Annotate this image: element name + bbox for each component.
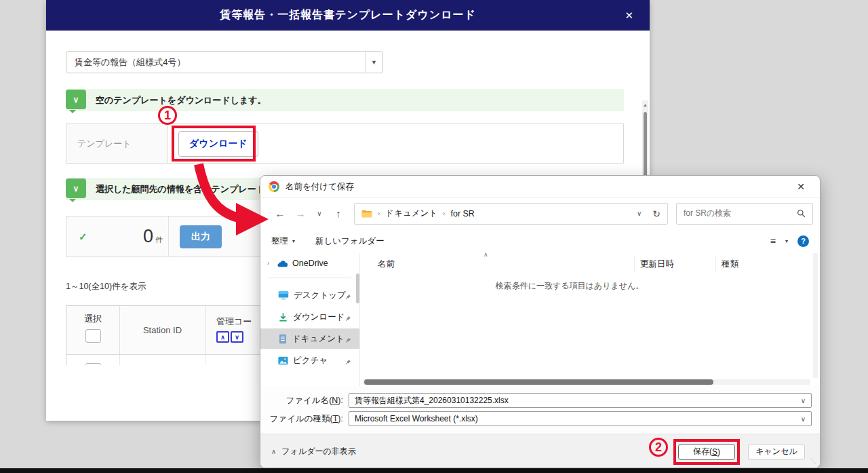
pictures-icon (278, 356, 288, 365)
sort-asc-button[interactable]: ∧ (216, 331, 229, 343)
check-icon: ✓ (79, 231, 87, 243)
filetype-select[interactable]: Microsoft Excel Worksheet (*.xlsx) ∨ (349, 411, 812, 426)
select-all-checkbox[interactable] (85, 329, 101, 343)
desktop-icon (278, 290, 289, 300)
empty-template-banner: ∨ 空のテンプレートをダウンロードします。 (66, 89, 624, 111)
folder-sidebar: › OneDrive デスクトップ ダウンロード ドキュメン (260, 253, 359, 386)
sidebar-scrollbar[interactable] (356, 273, 359, 303)
report-type-dropdown[interactable]: 賃金等の報告（組様式4号） ▼ (66, 51, 383, 73)
pin-icon (344, 291, 351, 303)
forward-icon[interactable]: → (290, 208, 311, 219)
search-icon (797, 209, 806, 218)
column-station-id: Station ID (120, 306, 205, 354)
refresh-icon[interactable]: ↻ (652, 208, 660, 219)
scrollbar-thumb[interactable] (364, 379, 713, 385)
chevron-down-icon[interactable]: ∨ (801, 415, 806, 423)
filetype-label: ファイルの種類(T): (269, 413, 343, 425)
close-icon[interactable]: ✕ (790, 180, 812, 193)
template-row-label: テンプレート (66, 124, 167, 163)
folder-icon (361, 209, 372, 219)
filetype-value: Microsoft Excel Worksheet (*.xlsx) (355, 414, 801, 423)
dialog-titlebar: 名前を付けて保存 ✕ (260, 176, 820, 198)
empty-template-banner-text: 空のテンプレートをダウンロードします。 (96, 94, 267, 107)
file-list-header: 名前 更新日時 種類 (360, 256, 820, 272)
breadcrumb-separator: › (378, 210, 380, 217)
chevron-down-icon: ▾ (292, 238, 295, 244)
empty-message: 検索条件に一致する項目はありません。 (360, 280, 779, 292)
modal-title: 賃等報告・一括報告書テンプレートダウンロード (220, 8, 476, 22)
resize-grip[interactable]: ⋰ (810, 457, 816, 465)
count-unit: 件 (155, 235, 163, 245)
up-icon[interactable]: ↑ (328, 208, 349, 219)
column-name[interactable]: 名前 (378, 259, 634, 270)
vertical-scrollbar[interactable] (813, 253, 818, 378)
dialog-footer: ∧ フォルダーの非表示 保存(S) キャンセル ⋰ (260, 434, 820, 468)
dialog-title: 名前を付けて保存 (285, 181, 790, 193)
pin-icon (344, 335, 351, 347)
banner-check-icon: ∨ (66, 90, 86, 109)
output-button[interactable]: 出力 (180, 225, 222, 248)
modal-header: 賃等報告・一括報告書テンプレートダウンロード ✕ (46, 0, 650, 31)
sidebar-divider (269, 278, 351, 278)
chevron-down-icon[interactable]: ▼ (365, 52, 382, 73)
dialog-toolbar: 整理 ▾ 新しいフォルダー ≡ ▾ ? (260, 229, 820, 253)
chrome-icon (269, 181, 279, 192)
breadcrumb-separator: › (443, 210, 445, 217)
search-placeholder: for SRの検索 (684, 208, 797, 219)
column-date-modified[interactable]: 更新日時 (634, 256, 715, 272)
filename-input[interactable]: 賃等報告組様式第4_20260310132225.xlsx ∨ (349, 393, 812, 408)
address-bar[interactable]: › ドキュメント › for SR ∨ ↻ (354, 203, 668, 225)
back-icon[interactable]: ← (270, 208, 290, 219)
filename-label: ファイル名(N): (269, 395, 343, 406)
template-row: テンプレート ダウンロード (66, 124, 624, 164)
screen: 賃等報告・一括報告書テンプレートダウンロード ✕ 賃金等の報告（組様式4号） ▼… (0, 0, 868, 473)
sidebar-item-documents[interactable]: ドキュメント (260, 328, 359, 349)
selected-template-banner-text: 選択した顧問先の情報を含むテンプレート (96, 183, 265, 195)
sidebar-item-desktop[interactable]: デスクトップ (260, 285, 359, 305)
cancel-button[interactable]: キャンセル (748, 444, 805, 460)
chevron-down-icon[interactable]: ∨ (801, 397, 806, 404)
onedrive-cloud-icon (277, 259, 288, 267)
download-button[interactable]: ダウンロード (178, 131, 258, 157)
download-icon (278, 312, 288, 322)
navigation-row: ← → ∨ ↑ › ドキュメント › for SR ∨ ↻ for SRの検索 (260, 198, 820, 229)
scroll-up-icon[interactable]: ▲ (642, 100, 648, 110)
file-list: ∧ 名前 更新日時 種類 検索条件に一致する項目はありません。 (360, 253, 820, 386)
row-checkbox[interactable] (85, 363, 101, 365)
breadcrumb-for-sr[interactable]: for SR (450, 209, 474, 219)
history-chevron-icon[interactable]: ∨ (311, 210, 328, 217)
pin-icon (344, 313, 351, 325)
breadcrumb-documents[interactable]: ドキュメント (385, 208, 437, 219)
pagination-text: 1～10(全10)件を表示 (66, 281, 146, 292)
horizontal-scrollbar[interactable] (363, 379, 810, 385)
selected-count: 0 (143, 226, 153, 247)
view-list-icon[interactable]: ≡ (770, 235, 776, 246)
filename-value: 賃等報告組様式第4_20260310132225.xlsx (355, 395, 801, 406)
banner-check-icon: ∨ (66, 178, 86, 198)
save-as-dialog: 名前を付けて保存 ✕ ← → ∨ ↑ › ドキュメント › for SR ∨ ↻… (260, 175, 821, 468)
pin-icon (344, 356, 351, 368)
column-select: 選択 (84, 313, 102, 325)
search-input[interactable]: for SRの検索 (676, 203, 813, 225)
save-highlight-box: 保存(S) (673, 439, 740, 465)
chevron-up-icon: ∧ (271, 448, 276, 455)
chevron-down-icon[interactable]: ▾ (785, 238, 788, 244)
sort-caret-icon: ∧ (484, 251, 488, 258)
hide-folders-button[interactable]: ∧ フォルダーの非表示 (271, 446, 356, 457)
sidebar-item-onedrive[interactable]: › OneDrive (260, 254, 359, 272)
column-type[interactable]: 種類 (715, 256, 820, 272)
sort-desc-button[interactable]: ∨ (231, 331, 243, 343)
save-button[interactable]: 保存(S) (678, 444, 735, 460)
close-icon[interactable]: ✕ (619, 0, 639, 31)
document-icon (278, 334, 288, 344)
sidebar-item-pictures[interactable]: ピクチャ (260, 350, 359, 371)
new-folder-button[interactable]: 新しいフォルダー (315, 235, 384, 247)
file-name-section: ファイル名(N): 賃等報告組様式第4_20260310132225.xlsx … (260, 386, 820, 434)
organize-menu[interactable]: 整理 ▾ (271, 235, 295, 247)
sidebar-item-downloads[interactable]: ダウンロード (260, 307, 359, 327)
help-icon[interactable]: ? (797, 235, 809, 247)
expand-chevron-icon[interactable]: › (267, 260, 277, 267)
report-type-value: 賃金等の報告（組様式4号） (66, 56, 365, 69)
address-chevron-icon[interactable]: ∨ (637, 210, 642, 217)
